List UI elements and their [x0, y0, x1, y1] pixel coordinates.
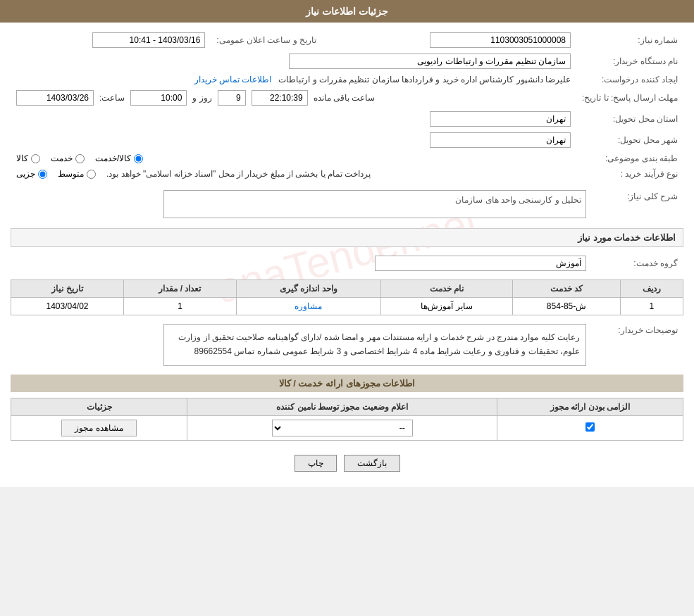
- tawzihat-table: توضیحات خریدار: رعایت کلیه موارد مندرج د…: [11, 321, 683, 369]
- col-elzam: الزامی بودن ارائه مجوز: [497, 398, 683, 416]
- cell-tarikh: 1403/04/02: [11, 298, 124, 315]
- col-name: نام خدمت: [380, 280, 513, 298]
- ejad-konande-label: ایجاد کننده درخواست:: [576, 72, 683, 87]
- mohlat-saat-input[interactable]: [130, 90, 187, 106]
- tabaqe-khedmat-item: خدمت: [51, 153, 85, 163]
- cell-tedad: 1: [124, 298, 237, 315]
- farayand-motawaset-item: متوسط: [58, 169, 96, 179]
- cell-ealam: --: [187, 416, 497, 441]
- farayand-jozii-label: جزیی: [16, 169, 35, 179]
- tarikhe-elan-label: تاریخ و ساعت اعلان عمومی:: [211, 30, 330, 51]
- col-joziyat: جزئیات: [11, 398, 187, 416]
- mojavez-section-title: اطلاعات مجوزهای ارائه خدمت / کالا: [11, 375, 683, 392]
- roz-label: روز و: [192, 93, 211, 103]
- tarikhe-elan-input[interactable]: [92, 32, 205, 48]
- saat-mande-label: ساعت باقی مانده: [314, 93, 376, 103]
- moshahadeh-mojavez-button[interactable]: مشاهده مجوز: [61, 420, 136, 436]
- saat-label: ساعت:: [99, 93, 125, 103]
- col-tedad: تعداد / مقدار: [124, 280, 237, 298]
- cell-elzam: [497, 416, 683, 441]
- tabaqe-kala-khedmat-radio[interactable]: [134, 154, 143, 163]
- permits-table: الزامی بودن ارائه مجوز اعلام وضعیت مجوز …: [11, 398, 683, 441]
- farayand-motawaset-label: متوسط: [58, 169, 84, 179]
- col-radif: ردیف: [620, 280, 683, 298]
- sharh-label: شرح کلی نیاز:: [592, 187, 683, 221]
- tabaqe-kala-item: کالا: [16, 153, 40, 163]
- shomare-niaz-label: شماره نیاز:: [576, 30, 683, 51]
- sharh-table: شرح کلی نیاز: تحلیل و کارسنجی واحد های س…: [11, 187, 683, 221]
- services-table: ردیف کد خدمت نام خدمت واحد اندازه گیری ت…: [11, 279, 683, 315]
- mohlat-saat-mande-input[interactable]: [252, 90, 308, 106]
- mohlat-label: مهلت ارسال پاسخ: تا تاریخ:: [576, 87, 683, 108]
- farayand-motawaset-radio[interactable]: [87, 170, 96, 179]
- cell-radif: 1: [620, 298, 683, 315]
- elzam-checkbox[interactable]: [585, 422, 595, 432]
- print-button[interactable]: چاپ: [295, 455, 337, 472]
- back-button[interactable]: بازگشت: [344, 455, 400, 472]
- cell-joziyat: مشاهده مجوز: [11, 416, 187, 441]
- mohlat-date-input[interactable]: [16, 90, 94, 106]
- tawzihat-content: رعایت کلیه موارد مندرج در شرح خدمات و ار…: [163, 324, 586, 366]
- farayand-jozii-item: جزیی: [16, 169, 47, 179]
- tabaqe-kala-khedmat-label: کالا/خدمت: [95, 153, 131, 163]
- tabaqe-khedmat-label: خدمت: [51, 153, 73, 163]
- footer-buttons: بازگشت چاپ: [11, 446, 683, 480]
- grohe-label: گروه خدمت:: [592, 253, 683, 274]
- table-row: 1 ش-85-854 سایر آموزش‌ها مشاوره 1 1403/0…: [11, 298, 683, 315]
- shahr-label: شهر محل تحویل:: [576, 130, 683, 151]
- grohe-table: گروه خدمت:: [11, 253, 683, 274]
- ostan-input[interactable]: [430, 111, 571, 127]
- cell-code: ش-85-854: [513, 298, 620, 315]
- cell-vahed: مشاوره: [236, 298, 380, 315]
- cell-name: سایر آموزش‌ها: [380, 298, 513, 315]
- ealam-select[interactable]: --: [272, 420, 413, 436]
- shomare-niaz-input[interactable]: [430, 32, 571, 48]
- ostan-label: استان محل تحویل:: [576, 108, 683, 130]
- nam-dasgah-label: نام دستگاه خریدار:: [576, 51, 683, 72]
- mohlat-roz-input[interactable]: [218, 90, 246, 106]
- col-code: کد خدمت: [513, 280, 620, 298]
- noe-farayand-label: نوع فرآیند خرید :: [576, 166, 683, 182]
- page-header: جزئیات اطلاعات نیاز: [0, 0, 694, 23]
- tabaqe-kala-khedmat-item: کالا/خدمت: [95, 153, 143, 163]
- col-tarikh: تاریخ نیاز: [11, 280, 124, 298]
- nam-dasgah-input[interactable]: [289, 54, 571, 69]
- col-vahed: واحد اندازه گیری: [236, 280, 380, 298]
- ejad-konande-value: علیرضا دانشپور کارشناس اداره خرید و قرار…: [278, 75, 571, 84]
- tabaqe-khedmat-radio[interactable]: [75, 154, 85, 163]
- shahr-input[interactable]: [430, 132, 571, 148]
- khedamat-section-title: اطلاعات خدمات مورد نیاز: [11, 228, 683, 247]
- tabaqe-label: طبقه بندی موضوعی:: [576, 151, 683, 166]
- sharh-content: تحلیل و کارسنجی واحد های سازمان: [163, 190, 586, 218]
- farayand-desc: پرداخت تمام یا بخشی از مبلغ خریدار از مح…: [106, 169, 371, 179]
- tabaqe-kala-label: کالا: [16, 153, 28, 163]
- table-row: -- مشاهده مجوز: [11, 416, 683, 441]
- page-title: جزئیات اطلاعات نیاز: [306, 6, 388, 17]
- tabaqe-kala-radio[interactable]: [31, 154, 40, 163]
- grohe-input[interactable]: [375, 256, 586, 271]
- info-table: شماره نیاز: تاریخ و ساعت اعلان عمومی: نا…: [11, 30, 683, 182]
- tawzihat-label: توضیحات خریدار:: [592, 321, 683, 369]
- farayand-jozii-radio[interactable]: [38, 170, 47, 179]
- col-ealam: اعلام وضعیت مجوز توسط نامین کننده: [187, 398, 497, 416]
- ettelaat-tamas-link[interactable]: اطلاعات تماس خریدار: [194, 75, 272, 84]
